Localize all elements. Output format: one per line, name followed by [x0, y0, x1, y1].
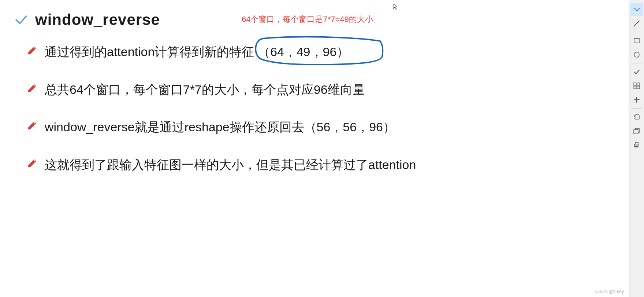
checkmark-icon — [15, 13, 28, 26]
svg-rect-7 — [634, 83, 636, 85]
list-item: 总共64个窗口，每个窗口7*7的大小，每个点对应96维向量 — [15, 81, 542, 99]
item-text-3: window_reverse就是通过reshape操作还原回去（56，56，96… — [45, 118, 395, 136]
page-title: window_reverse — [35, 11, 160, 29]
sidebar-divider-2 — [631, 63, 642, 63]
sidebar-item-check[interactable] — [630, 65, 643, 78]
svg-rect-8 — [637, 83, 640, 85]
svg-rect-15 — [635, 146, 638, 147]
svg-line-4 — [634, 21, 639, 26]
item-text-2: 总共64个窗口，每个窗口7*7的大小，每个点对应96维向量 — [45, 81, 365, 99]
sidebar-item-print[interactable] — [630, 138, 643, 151]
svg-rect-13 — [634, 129, 638, 134]
pencil-icon-3 — [26, 120, 37, 133]
svg-rect-9 — [634, 86, 636, 89]
sidebar-item-undo[interactable] — [630, 110, 643, 124]
item-text-1: 通过得到的attention计算得到新的特征 （64，49，96） — [45, 43, 349, 61]
list-item: 这就得到了跟输入特征图一样的大小，但是其已经计算过了attention — [15, 156, 542, 174]
main-content: window_reverse 64个窗口，每个窗口是7*7=49的大小 通过得到… — [0, 0, 556, 297]
sidebar-item-circle[interactable] — [630, 48, 643, 61]
pencil-icon-2 — [26, 82, 37, 96]
sidebar-divider-3 — [631, 108, 642, 109]
list-item: 通过得到的attention计算得到新的特征 （64，49，96） — [15, 43, 542, 61]
svg-point-6 — [634, 52, 639, 57]
sidebar-divider — [631, 32, 642, 32]
sidebar-item-grid[interactable] — [630, 79, 643, 92]
watermark: CSDN @v-coy — [595, 289, 624, 294]
item-text-4: 这就得到了跟输入特征图一样的大小，但是其已经计算过了attention — [45, 156, 416, 174]
sidebar-item-plus[interactable] — [630, 93, 643, 106]
highlighted-text: （64，49，96） — [258, 43, 349, 61]
pencil-icon-4 — [26, 158, 37, 171]
sidebar-item-rect[interactable] — [630, 34, 643, 47]
header-row: window_reverse 64个窗口，每个窗口是7*7=49的大小 — [15, 11, 542, 29]
right-sidebar — [629, 0, 644, 297]
sidebar-item-line[interactable] — [630, 17, 643, 30]
svg-rect-5 — [634, 38, 639, 43]
pencil-icon-1 — [26, 45, 37, 58]
svg-rect-10 — [637, 86, 640, 89]
list-item: window_reverse就是通过reshape操作还原回去（56，56，96… — [15, 118, 542, 136]
header-annotation: 64个窗口，每个窗口是7*7=49的大小 — [242, 14, 373, 25]
sidebar-item-copy[interactable] — [630, 124, 643, 138]
sidebar-item-wave[interactable] — [630, 3, 643, 16]
